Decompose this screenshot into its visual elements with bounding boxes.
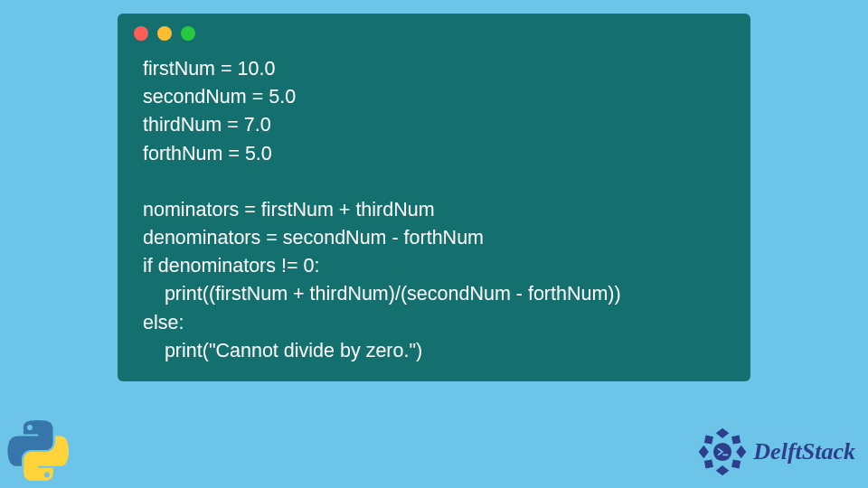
brand-name: DelftStack (753, 438, 855, 465)
svg-marker-6 (704, 459, 713, 468)
svg-marker-4 (704, 436, 713, 445)
code-line: forthNum = 5.0 (143, 143, 272, 164)
svg-marker-2 (699, 446, 709, 459)
minimize-icon (157, 26, 172, 41)
svg-marker-5 (731, 436, 741, 445)
code-line: denominators = secondNum - forthNum (143, 227, 484, 249)
code-line: print((firstNum + thirdNum)/(secondNum -… (143, 283, 621, 305)
maximize-icon (181, 26, 195, 41)
code-line: secondNum = 5.0 (143, 86, 296, 108)
code-block: firstNum = 10.0 secondNum = 5.0 thirdNum… (118, 50, 750, 365)
close-icon (134, 26, 148, 41)
delftstack-logo-icon (697, 427, 748, 477)
code-line: firstNum = 10.0 (143, 58, 275, 80)
svg-marker-0 (716, 428, 730, 438)
svg-marker-1 (716, 465, 730, 475)
code-line: else: (143, 312, 184, 333)
code-line: nominators = firstNum + thirdNum (143, 199, 435, 221)
code-window: firstNum = 10.0 secondNum = 5.0 thirdNum… (118, 14, 750, 381)
code-line: thirdNum = 7.0 (143, 114, 271, 136)
svg-marker-3 (736, 446, 746, 459)
window-controls (118, 14, 750, 50)
code-line: print("Cannot divide by zero.") (143, 340, 422, 361)
code-line: if denominators != 0: (143, 255, 319, 277)
python-logo-icon (7, 419, 69, 481)
svg-marker-7 (731, 459, 741, 468)
brand: DelftStack (697, 427, 855, 477)
